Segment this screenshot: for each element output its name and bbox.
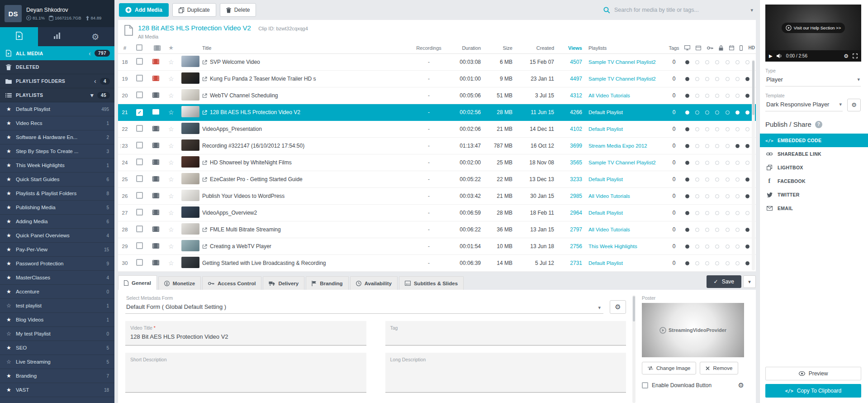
row-checkbox[interactable] <box>136 242 143 249</box>
sidebar-playlist-item-branding[interactable]: ★Branding7 <box>0 369 114 383</box>
tab-general[interactable]: General <box>118 275 157 290</box>
fullscreen-icon[interactable] <box>853 53 858 58</box>
video-title[interactable]: 128 Bit AES HLS Protection Video V2 <box>210 109 300 115</box>
sidebar-playlist-item-quick-panel-overviews[interactable]: ★Quick Panel Overviews4 <box>0 229 114 243</box>
playlist-link[interactable]: Sample TV Channel Playlist2 <box>588 160 664 165</box>
external-link-icon[interactable] <box>202 177 207 182</box>
video-title[interactable]: FMLE Multi Bitrate Streaming <box>210 226 281 233</box>
sidebar-item-deleted[interactable]: DELETED <box>0 60 114 74</box>
table-row[interactable]: 19☆Kung Fu Panda 2 Teaser Movie Trailer … <box>118 71 756 87</box>
star-outline-icon[interactable]: ☆ <box>168 209 174 216</box>
preview-button[interactable]: Preview <box>765 367 861 380</box>
video-title[interactable]: EzeCaster Pro - Getting Started Guide <box>210 176 303 182</box>
chevron-left-icon[interactable]: ‹ <box>94 78 96 84</box>
column-created[interactable]: Created <box>518 45 560 51</box>
sidebar-item-playlist-folders[interactable]: PLAYLIST FOLDERS ‹ 4 <box>0 74 114 88</box>
playlist-link[interactable]: Sample TV Channel Playlist2 <box>588 76 664 82</box>
column-duration[interactable]: Duration <box>446 45 486 51</box>
views-link[interactable]: 2985 <box>570 193 582 199</box>
type-select[interactable]: Player ▾ <box>765 73 861 86</box>
form-scrollbar[interactable] <box>632 295 636 403</box>
external-link-icon[interactable] <box>202 244 207 249</box>
table-row[interactable]: 20☆WebTV Channel Scheduling-00:05:0651 M… <box>118 87 756 104</box>
views-link[interactable]: 4497 <box>570 76 582 82</box>
delete-button[interactable]: Delete <box>220 3 256 17</box>
sidebar-playlist-item-video-recs[interactable]: ★Video Recs1 <box>0 116 114 130</box>
star-outline-icon[interactable]: ☆ <box>168 159 174 166</box>
tab-branding[interactable]: Branding <box>306 276 348 290</box>
user-card[interactable]: DS Deyan Shkodrov 81.1% 1667216.7GB 84.8… <box>0 0 114 27</box>
player-settings-icon[interactable]: ⚙ <box>844 53 849 59</box>
row-checkbox[interactable] <box>136 142 143 149</box>
views-link[interactable]: 2797 <box>570 226 582 233</box>
sidebar-item-all-media[interactable]: ALL MEDIA ‹ 797 <box>0 46 114 60</box>
video-thumbnail[interactable] <box>181 190 199 201</box>
table-scrollbar-thumb[interactable] <box>752 61 754 115</box>
star-outline-icon[interactable]: ☆ <box>168 109 174 116</box>
search-input[interactable] <box>614 7 746 13</box>
row-checkbox[interactable] <box>136 175 143 182</box>
table-row[interactable]: 30☆Getting Started with Live Broadcastin… <box>118 255 756 272</box>
video-thumbnail[interactable] <box>181 156 199 168</box>
sidebar-playlist-item-masterclasses[interactable]: ★MasterClasses4 <box>0 271 114 285</box>
sidebar-playlist-item-accenture[interactable]: ★Accenture0 <box>0 285 114 299</box>
tag-field[interactable]: Tag <box>385 321 626 345</box>
row-checkbox[interactable] <box>136 192 143 199</box>
metadata-settings-button[interactable]: ⚙ <box>610 300 626 314</box>
sidebar-playlist-item-blog-videos[interactable]: ★Blog Videos1 <box>0 313 114 327</box>
share-email[interactable]: EMAIL <box>760 202 868 215</box>
card-icon[interactable] <box>696 46 701 50</box>
help-section-button[interactable]: Visit our Help Section >> <box>782 23 845 33</box>
chevron-left-icon[interactable]: ‹ <box>89 50 91 57</box>
column-tags[interactable]: Tags <box>664 45 683 51</box>
playlist-link[interactable]: All Video Tutorials <box>588 93 664 98</box>
tab-availability[interactable]: Availability <box>350 276 398 290</box>
video-thumbnail[interactable] <box>181 206 199 218</box>
row-checkbox[interactable] <box>136 225 143 232</box>
star-outline-icon[interactable]: ☆ <box>168 259 174 267</box>
sidebar-playlist-item-quick-start-guides[interactable]: ★Quick Start Guides6 <box>0 173 114 187</box>
video-title[interactable]: SVP Welcome Video <box>210 59 260 65</box>
playlist-link[interactable]: Default Playlist <box>588 110 664 115</box>
enable-download-checkbox[interactable] <box>642 382 648 389</box>
video-player-preview[interactable]: Visit our Help Section >> ▶ 0:00 / 2:56 … <box>765 5 861 62</box>
video-title[interactable]: Creating a WebTV Player <box>210 243 271 249</box>
video-thumbnail[interactable] <box>181 223 199 235</box>
video-title[interactable]: HD Showreel by WhiteNight Films <box>210 159 292 166</box>
external-link-icon[interactable] <box>202 77 207 82</box>
star-outline-icon[interactable]: ☆ <box>168 226 174 233</box>
share-facebook[interactable]: fFACEBOOK <box>760 174 868 188</box>
download-settings-gear-icon[interactable]: ⚙ <box>738 381 744 389</box>
playlist-link[interactable]: Default Playlist <box>588 126 664 132</box>
column-size[interactable]: Size <box>486 45 518 51</box>
tab-monetize[interactable]: Monetize <box>158 276 201 290</box>
share-twitter[interactable]: TWITTER <box>760 188 868 202</box>
sidebar-tab-media[interactable] <box>0 27 38 46</box>
duplicate-button[interactable]: Duplicate <box>172 3 216 17</box>
views-link[interactable]: 3565 <box>570 159 582 166</box>
table-row[interactable]: 18☆SVP Welcome Video-00:03:086 MB15 Feb … <box>118 54 756 71</box>
column-recordings[interactable]: Recordings <box>411 45 446 51</box>
sidebar-playlist-item-publishing-media[interactable]: ★Publishing Media5 <box>0 201 114 215</box>
sidebar-playlist-item-seo[interactable]: ★SEO5 <box>0 341 114 355</box>
volume-icon[interactable] <box>777 53 782 58</box>
form-scrollbar-thumb[interactable] <box>633 296 635 321</box>
video-title[interactable]: Publish Your Videos to WordPress <box>202 193 285 199</box>
sidebar-playlist-item-step-by-steps-to-create[interactable]: ★Step By Steps To Create ...3 <box>0 144 114 158</box>
tab-delivery[interactable]: Delivery <box>263 276 304 290</box>
video-title[interactable]: Recording #322147 (16/10/2012 17:54:50) <box>202 143 304 149</box>
row-checkbox[interactable] <box>136 158 143 165</box>
external-link-icon[interactable] <box>202 160 207 165</box>
play-button[interactable]: ▶ <box>769 53 773 58</box>
star-outline-icon[interactable]: ☆ <box>168 92 174 99</box>
video-thumbnail[interactable] <box>181 56 199 67</box>
table-row[interactable]: 28☆FMLE Multi Bitrate Streaming-00:06:22… <box>118 221 756 238</box>
add-media-button[interactable]: Add Media <box>119 3 169 17</box>
share-embedded-code[interactable]: </>EMBEDDED CODE <box>760 134 868 147</box>
sidebar-playlist-item-default-playlist[interactable]: ★Default Playlist495 <box>0 102 114 116</box>
video-title[interactable]: VideoApps_Presentation <box>202 126 262 132</box>
sidebar-tab-settings[interactable]: ⚙ <box>76 27 114 46</box>
row-checkbox[interactable] <box>136 125 143 132</box>
lock-icon[interactable] <box>719 45 723 51</box>
views-link[interactable]: 2756 <box>570 243 582 249</box>
